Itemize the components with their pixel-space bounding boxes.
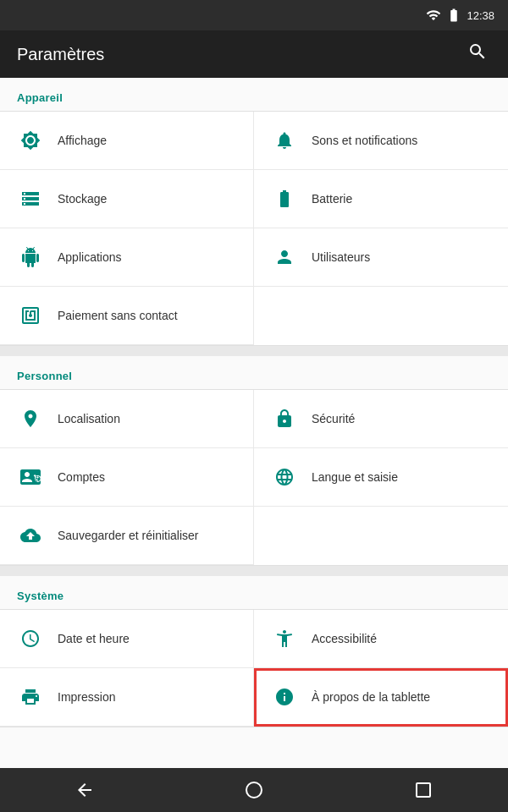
contacts-svg (20, 467, 41, 487)
svg-rect-1 (417, 783, 430, 797)
section-personnel: Personnel Localisation (0, 356, 508, 566)
section-body-personnel: Localisation Sécurité (0, 389, 508, 566)
storage-icon (17, 185, 44, 212)
lock-svg (274, 409, 295, 429)
settings-item-paiement[interactable]: Paiement sans contact (0, 287, 254, 345)
location-icon (17, 405, 44, 432)
nfc-svg (20, 305, 41, 326)
person-svg (274, 247, 295, 267)
status-bar: 12:38 (0, 0, 508, 30)
section-systeme: Système Date et heure (0, 576, 508, 727)
appareil-grid: Affichage Sons et notifications (0, 112, 508, 345)
settings-content: Appareil Affichage (0, 78, 508, 768)
section-header-appareil: Appareil (0, 78, 508, 111)
sons-label: Sons et notifications (312, 134, 417, 147)
recent-icon (413, 780, 433, 800)
batterie-label: Batterie (312, 192, 352, 206)
settings-item-sauvegarder[interactable]: Sauvegarder et réinitialiser (0, 507, 254, 565)
top-bar: Paramètres (0, 30, 508, 78)
settings-item-stockage[interactable]: Stockage (0, 170, 254, 228)
display-svg (20, 130, 41, 151)
print-svg (20, 687, 41, 707)
lock-icon (271, 405, 298, 432)
settings-item-accessibilite[interactable]: Accessibilité (254, 610, 508, 668)
settings-item-localisation[interactable]: Localisation (0, 390, 254, 448)
paiement-label: Paiement sans contact (58, 309, 178, 322)
clock-svg (20, 628, 41, 649)
android-icon (17, 244, 44, 271)
display-icon (17, 127, 44, 154)
bell-svg (274, 130, 295, 151)
nfc-icon (17, 302, 44, 329)
a-propos-label: À propos de la tablette (312, 690, 430, 704)
settings-item-comptes[interactable]: Comptes (0, 448, 254, 507)
back-button[interactable] (58, 773, 112, 807)
back-icon (75, 780, 95, 800)
search-button[interactable] (464, 38, 491, 70)
utilisateurs-label: Utilisateurs (312, 250, 370, 264)
recent-button[interactable] (396, 773, 450, 807)
impression-label: Impression (58, 690, 115, 704)
comptes-label: Comptes (58, 470, 105, 484)
clock-icon (17, 625, 44, 652)
contacts-icon (17, 464, 44, 491)
langue-label: Langue et saisie (312, 470, 398, 484)
info-svg (274, 687, 295, 707)
wifi-icon (426, 8, 441, 23)
accessibility-icon (271, 625, 298, 652)
globe-svg (274, 467, 295, 487)
storage-svg (20, 189, 41, 209)
settings-item-date[interactable]: Date et heure (0, 610, 254, 668)
svg-point-0 (246, 782, 262, 798)
backup-icon (17, 522, 44, 549)
bell-icon (271, 127, 298, 154)
settings-item-a-propos[interactable]: À propos de la tablette (254, 668, 508, 727)
battery-status-icon (446, 8, 461, 23)
status-time: 12:38 (467, 9, 494, 22)
settings-item-langue[interactable]: Langue et saisie (254, 448, 508, 507)
settings-item-securite[interactable]: Sécurité (254, 390, 508, 448)
search-icon (467, 41, 488, 62)
backup-svg (20, 525, 41, 546)
location-svg (20, 409, 41, 429)
accessibility-svg (274, 628, 295, 649)
divider-2 (0, 566, 508, 576)
battery-svg (274, 189, 295, 209)
personnel-grid: Localisation Sécurité (0, 390, 508, 565)
settings-item-applications[interactable]: Applications (0, 228, 254, 287)
home-button[interactable] (227, 773, 281, 807)
print-icon (17, 683, 44, 710)
accessibilite-label: Accessibilité (312, 632, 377, 645)
systeme-grid: Date et heure Accessibilité (0, 610, 508, 727)
section-appareil: Appareil Affichage (0, 78, 508, 346)
date-label: Date et heure (58, 632, 130, 645)
person-icon (271, 244, 298, 271)
affichage-label: Affichage (58, 134, 107, 147)
status-icons: 12:38 (426, 8, 494, 23)
securite-label: Sécurité (312, 412, 355, 425)
globe-icon (271, 464, 298, 491)
settings-item-sons[interactable]: Sons et notifications (254, 112, 508, 170)
section-body-systeme: Date et heure Accessibilité (0, 609, 508, 727)
section-header-systeme: Système (0, 576, 508, 609)
divider-1 (0, 346, 508, 356)
android-svg (20, 247, 41, 267)
settings-item-utilisateurs[interactable]: Utilisateurs (254, 228, 508, 287)
applications-label: Applications (58, 250, 122, 264)
info-icon (271, 683, 298, 710)
section-header-personnel: Personnel (0, 356, 508, 389)
stockage-label: Stockage (58, 192, 107, 206)
localisation-label: Localisation (58, 412, 120, 425)
settings-item-impression[interactable]: Impression (0, 668, 254, 727)
settings-item-affichage[interactable]: Affichage (0, 112, 254, 170)
home-icon (244, 780, 264, 800)
battery-icon (271, 185, 298, 212)
sauvegarder-label: Sauvegarder et réinitialiser (58, 529, 199, 542)
bottom-nav (0, 768, 508, 812)
section-body-appareil: Affichage Sons et notifications (0, 111, 508, 346)
settings-item-batterie[interactable]: Batterie (254, 170, 508, 228)
page-title: Paramètres (17, 45, 104, 64)
